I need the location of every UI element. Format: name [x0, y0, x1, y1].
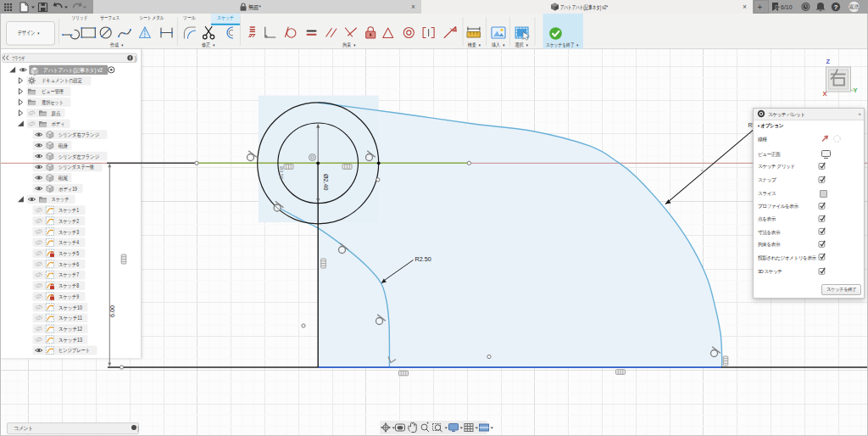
svg-text:R2.50: R2.50 [415, 255, 431, 263]
svg-text:6.00: 6.00 [108, 305, 116, 317]
svg-text:Z: Z [826, 58, 831, 65]
svg-text:X: X [823, 90, 827, 98]
svg-text:Ø3.55: Ø3.55 [279, 166, 284, 179]
svg-text:Ø2.40: Ø2.40 [322, 174, 330, 191]
svg-text:Y: Y [854, 87, 858, 94]
